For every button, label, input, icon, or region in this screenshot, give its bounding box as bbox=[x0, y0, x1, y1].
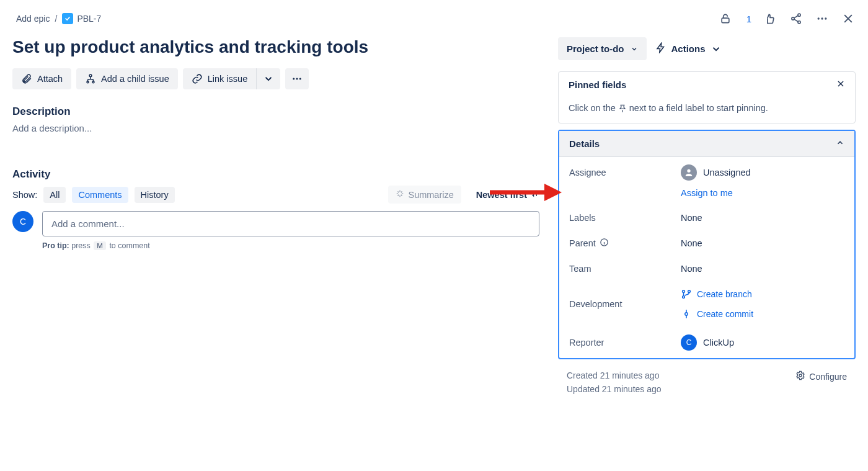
share-icon[interactable] bbox=[789, 11, 804, 26]
breadcrumb-separator: / bbox=[55, 14, 57, 24]
pro-tip-label: Pro tip: bbox=[42, 241, 69, 250]
tab-history[interactable]: History bbox=[135, 187, 175, 203]
unassigned-avatar-icon bbox=[681, 164, 697, 181]
parent-label: Parent bbox=[569, 238, 596, 248]
sparkle-icon bbox=[396, 189, 404, 200]
info-icon[interactable] bbox=[600, 238, 609, 249]
team-value[interactable]: None bbox=[681, 264, 844, 274]
issue-toolbar: Attach Add a child issue Link issue bbox=[12, 68, 539, 89]
task-type-icon bbox=[62, 13, 73, 24]
parent-value[interactable]: None bbox=[681, 238, 844, 248]
assign-to-me-row: Assign to me bbox=[559, 188, 854, 205]
tab-comments[interactable]: Comments bbox=[72, 187, 128, 203]
status-dropdown[interactable]: Project to-do bbox=[558, 37, 647, 60]
svg-point-9 bbox=[87, 81, 89, 83]
pinned-hint-pre: Click on the bbox=[569, 103, 616, 113]
create-commit-link[interactable]: Create commit bbox=[681, 308, 753, 320]
issue-key-label: PBL-7 bbox=[77, 14, 101, 24]
sort-toggle[interactable]: Newest first bbox=[476, 189, 539, 200]
created-text: Created 21 minutes ago bbox=[567, 370, 662, 380]
pro-tip-post: to comment bbox=[109, 241, 149, 250]
pinned-hint-post: next to a field label to start pinning. bbox=[629, 103, 768, 113]
svg-point-12 bbox=[296, 78, 298, 80]
description-heading: Description bbox=[12, 105, 539, 118]
pro-tip-key: M bbox=[94, 241, 106, 250]
field-team: Team None bbox=[559, 256, 854, 281]
comment-input[interactable]: Add a comment... bbox=[42, 211, 539, 236]
pro-tip-pre: press bbox=[71, 241, 91, 250]
svg-point-8 bbox=[89, 74, 92, 77]
more-toolbar-button[interactable] bbox=[285, 68, 309, 89]
issue-key-link[interactable]: PBL-7 bbox=[62, 13, 101, 24]
attach-button[interactable]: Attach bbox=[12, 68, 71, 89]
add-child-issue-button[interactable]: Add a child issue bbox=[76, 68, 178, 89]
create-branch-link[interactable]: Create branch bbox=[681, 289, 752, 300]
pro-tip: Pro tip: press M to comment bbox=[42, 241, 539, 250]
details-panel: Details Assignee Unassigned bbox=[558, 130, 856, 359]
pinned-hint: Click on the next to a field label to st… bbox=[559, 97, 855, 123]
watchers-button[interactable]: 1 bbox=[744, 14, 751, 24]
link-issue-button[interactable]: Link issue bbox=[183, 68, 256, 89]
svg-rect-0 bbox=[722, 18, 729, 22]
svg-point-20 bbox=[799, 374, 802, 377]
activity-heading: Activity bbox=[12, 168, 539, 181]
team-label: Team bbox=[569, 264, 681, 274]
sort-label: Newest first bbox=[476, 190, 527, 200]
assignee-label: Assignee bbox=[569, 168, 681, 177]
sort-icon bbox=[531, 189, 539, 200]
labels-label: Labels bbox=[569, 213, 681, 223]
tab-all[interactable]: All bbox=[43, 187, 66, 203]
lock-icon[interactable] bbox=[718, 11, 733, 26]
details-title: Details bbox=[569, 138, 600, 149]
pinned-title: Pinned fields bbox=[569, 79, 626, 90]
description-placeholder[interactable]: Add a description... bbox=[12, 123, 539, 133]
labels-value[interactable]: None bbox=[681, 213, 844, 223]
add-epic-link[interactable]: Add epic bbox=[12, 14, 50, 24]
svg-point-6 bbox=[821, 17, 823, 19]
assignee-value[interactable]: Unassigned bbox=[681, 164, 844, 181]
svg-point-5 bbox=[818, 17, 820, 19]
add-child-label: Add a child issue bbox=[101, 74, 169, 84]
summarize-button[interactable]: Summarize bbox=[388, 186, 461, 204]
configure-label: Configure bbox=[809, 372, 847, 382]
actions-dropdown[interactable]: Actions bbox=[655, 42, 722, 55]
current-user-avatar: C bbox=[12, 211, 33, 232]
show-label: Show: bbox=[12, 190, 37, 200]
add-epic-label: Add epic bbox=[16, 14, 50, 24]
field-parent: Parent None bbox=[559, 230, 854, 256]
svg-point-19 bbox=[685, 313, 688, 316]
attach-label: Attach bbox=[37, 74, 63, 84]
watchers-count: 1 bbox=[746, 14, 751, 24]
field-development: Development Create branch bbox=[559, 281, 854, 327]
assign-to-me-link[interactable]: Assign to me bbox=[681, 188, 844, 198]
svg-point-7 bbox=[825, 17, 826, 19]
chevron-up-icon bbox=[836, 138, 844, 149]
status-label: Project to-do bbox=[567, 43, 624, 54]
field-labels: Labels None bbox=[559, 205, 854, 230]
link-issue-dropdown[interactable] bbox=[256, 68, 280, 89]
field-reporter: Reporter C ClickUp bbox=[559, 327, 854, 358]
bolt-icon bbox=[655, 42, 666, 55]
reporter-value-text: ClickUp bbox=[703, 338, 734, 348]
field-assignee: Assignee Unassigned bbox=[559, 157, 854, 188]
vote-icon[interactable] bbox=[763, 11, 777, 26]
breadcrumb: Add epic / PBL-7 bbox=[12, 13, 101, 24]
updated-text: Updated 21 minutes ago bbox=[567, 384, 662, 394]
reporter-label: Reporter bbox=[569, 338, 681, 348]
pinned-fields-panel: Pinned fields Click on the next to a fie… bbox=[558, 71, 856, 123]
top-actions: 1 bbox=[718, 11, 856, 26]
summarize-label: Summarize bbox=[408, 190, 453, 200]
assignee-value-text: Unassigned bbox=[703, 168, 751, 177]
close-icon[interactable] bbox=[841, 11, 856, 26]
issue-title[interactable]: Set up product analytics and tracking to… bbox=[12, 37, 539, 57]
meta-row: Created 21 minutes ago Updated 21 minute… bbox=[558, 366, 856, 394]
svg-point-10 bbox=[92, 81, 94, 83]
reporter-value[interactable]: C ClickUp bbox=[681, 334, 844, 351]
gear-icon bbox=[795, 370, 805, 382]
pinned-close-icon[interactable] bbox=[836, 79, 845, 90]
details-toggle[interactable]: Details bbox=[559, 131, 854, 157]
reporter-avatar: C bbox=[681, 334, 697, 351]
configure-link[interactable]: Configure bbox=[795, 370, 847, 382]
more-icon[interactable] bbox=[815, 11, 830, 26]
svg-point-13 bbox=[299, 78, 301, 80]
